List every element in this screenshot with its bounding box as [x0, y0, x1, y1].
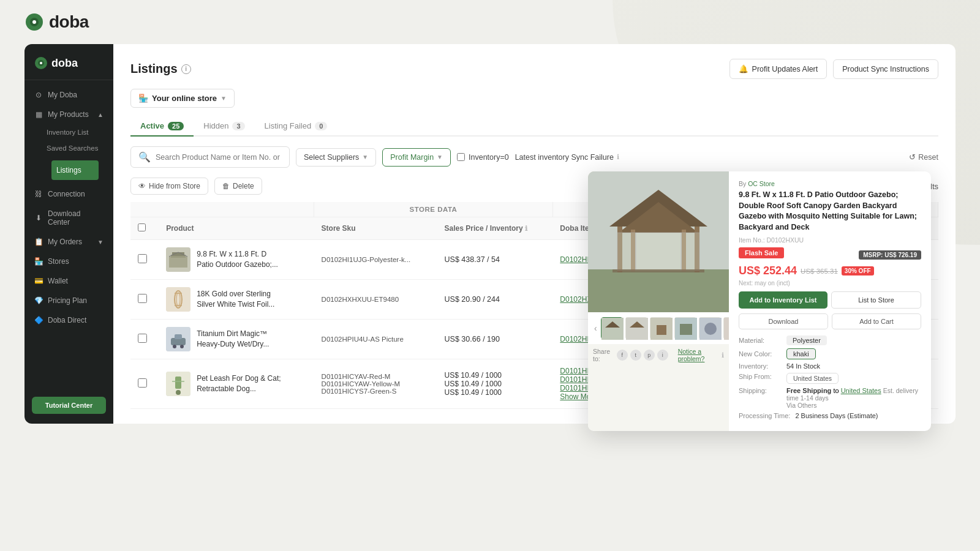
profit-updates-alert-button[interactable]: 🔔 Profit Updates Alert [729, 59, 827, 79]
popup-share-icons: f t p i [617, 350, 668, 361]
thumbnail-3[interactable] [650, 317, 672, 339]
thumbnail-2[interactable] [625, 317, 647, 339]
profit-margin-filter-button[interactable]: Profit Margin ▼ [382, 148, 451, 167]
tab-hidden[interactable]: Hidden 3 [194, 116, 254, 137]
reset-button[interactable]: ↺ Reset [909, 152, 938, 162]
product-cell-2: 18K Gold over Sterling Silver White Twis… [166, 287, 306, 312]
download-button[interactable]: Download [739, 313, 828, 329]
delete-button[interactable]: 🗑 Delete [214, 178, 262, 195]
connection-icon: ⛓ [34, 190, 43, 198]
list-to-store-button[interactable]: List to Store [831, 291, 921, 309]
sidebar-item-inventory-list[interactable]: Inventory List [24, 124, 113, 140]
add-to-inventory-button[interactable]: Add to Inventory List [739, 291, 827, 309]
product-popup: ‹ › [588, 171, 931, 431]
supplier-link[interactable]: OC Store [748, 180, 775, 187]
wallet-icon: 💳 [34, 277, 43, 285]
thumbnail-6[interactable] [723, 317, 729, 339]
sidebar-item-pricing-plan-label: Pricing Plan [48, 296, 87, 305]
select-all-checkbox[interactable] [138, 223, 146, 231]
product-name-4: Pet Leash For Dog & Cat; Retractable Dog… [197, 373, 282, 394]
process-label: Processing Time: [739, 412, 790, 419]
inventory-label: Inventory: [739, 362, 782, 370]
listings-info-icon[interactable]: i [181, 64, 191, 74]
add-to-cart-button[interactable]: Add to Cart [832, 313, 921, 329]
sidebar-item-connection[interactable]: ⛓ Connection [24, 184, 113, 204]
my-orders-chevron: ▼ [97, 239, 104, 246]
popup-btn-row-1: Add to Inventory List List to Store [739, 291, 921, 309]
store-selector-label: Your online store [152, 94, 217, 103]
sales-price-1: US$ 438.37 / 54 [437, 240, 553, 280]
row-checkbox-4[interactable] [138, 378, 147, 388]
notice-problem-link[interactable]: Notice a problem? [678, 348, 718, 362]
gazebo-image [588, 171, 729, 312]
thumbnail-1[interactable] [601, 317, 623, 339]
store-sku-3: D0102HPIU4U-AS Picture [314, 320, 437, 359]
process-value: 2 Business Days (Estimate) [795, 412, 878, 419]
share-facebook-icon[interactable]: f [617, 350, 628, 361]
sidebar-listings-active[interactable]: Listings [51, 160, 99, 180]
sidebar-item-wallet-label: Wallet [48, 277, 68, 285]
store-selector[interactable]: 🏪 Your online store ▼ [130, 89, 235, 108]
popup-process-row: Processing Time: 2 Business Days (Estima… [739, 412, 921, 419]
store-sku-4c: D0101HICYS7-Green-S [322, 388, 430, 395]
svg-rect-34 [617, 233, 636, 271]
row-checkbox-3[interactable] [138, 334, 147, 343]
flash-sale-badge: Flash Sale [739, 247, 784, 258]
color-value[interactable]: khaki [786, 348, 816, 359]
inventory-zero-checkbox[interactable] [457, 153, 465, 161]
sidebar-item-listings[interactable]: Listings [24, 156, 113, 184]
sidebar-item-my-doba[interactable]: ⊙ My Doba [24, 85, 113, 105]
search-input[interactable] [156, 153, 282, 162]
thumbnail-5[interactable] [699, 317, 721, 339]
ship-from-label: Ship From: [739, 373, 782, 380]
sidebar-item-doba-direct[interactable]: 🔷 Doba Direct [24, 310, 113, 330]
thumbnail-4[interactable] [674, 317, 696, 339]
tutorial-center-button[interactable]: Tutorial Center [32, 397, 106, 414]
popup-product-title: 9.8 Ft. W x 11.8 Ft. D Patio Outdoor Gaz… [739, 190, 921, 233]
sidebar-logo-text: doba [51, 57, 78, 70]
sidebar-item-download-center-label: Download Center [48, 209, 104, 227]
sidebar-item-stores[interactable]: 🏪 Stores [24, 252, 113, 271]
sidebar-item-my-orders[interactable]: 📋 My Orders ▼ [24, 232, 113, 252]
sidebar-item-pricing-plan[interactable]: 💎 Pricing Plan [24, 291, 113, 310]
sidebar-item-download-center[interactable]: ⬇ Download Center [24, 204, 113, 232]
supplier-filter-button[interactable]: Select Suppliers ▼ [296, 148, 376, 167]
sidebar-item-my-orders-label: My Orders [48, 238, 82, 246]
ship-from-value[interactable]: United States [786, 373, 839, 384]
share-pinterest-icon[interactable]: p [644, 350, 655, 361]
tab-active[interactable]: Active 25 [130, 116, 194, 137]
svg-point-47 [704, 323, 717, 335]
popup-main-image [588, 171, 729, 312]
popup-ship-from-row: Ship From: United States [739, 373, 921, 384]
material-value[interactable]: Polyester [786, 335, 827, 345]
shipping-text: Free Shipping [786, 387, 831, 394]
prev-thumbnail-button[interactable]: ‹ [593, 322, 598, 334]
row-checkbox-1[interactable] [138, 254, 147, 263]
product-sync-instructions-button[interactable]: Product Sync Instructions [833, 59, 938, 79]
page-title-row: Listings i 🔔 Profit Updates Alert Produc… [130, 59, 938, 79]
tab-listing-failed[interactable]: Listing Failed 0 [255, 116, 337, 137]
svg-rect-40 [626, 318, 648, 340]
hide-from-store-button[interactable]: 👁 Hide from Store [130, 178, 208, 195]
listing-failed-tab-badge: 0 [315, 122, 327, 130]
product-name-3: Titanium Dirt Magic™ Heavy-Duty Wet/Dry.… [197, 329, 282, 350]
popup-image-section: ‹ › [588, 171, 729, 431]
inventory-zero-filter[interactable]: Inventory=0 [457, 153, 509, 162]
search-box[interactable]: 🔍 [130, 146, 290, 168]
sync-failure-filter[interactable]: Latest inventory Sync Failure ℹ [515, 153, 619, 162]
page-actions: 🔔 Profit Updates Alert Product Sync Inst… [729, 59, 938, 79]
active-tab-badge: 25 [168, 122, 184, 130]
sidebar-item-my-products[interactable]: ▦ My Products ▲ [24, 105, 113, 124]
product-name-2: 18K Gold over Sterling Silver White Twis… [197, 289, 282, 310]
th-store-sku: Store Sku [314, 217, 437, 240]
svg-rect-23 [175, 377, 181, 389]
share-twitter-icon[interactable]: t [630, 350, 641, 361]
sidebar-item-wallet[interactable]: 💳 Wallet [24, 271, 113, 291]
row-checkbox-2[interactable] [138, 294, 147, 303]
popup-inventory-row: Inventory: 54 In Stock [739, 362, 921, 370]
product-img-3 [166, 327, 190, 351]
svg-rect-43 [657, 325, 666, 335]
shipping-destination-link[interactable]: United States [841, 387, 881, 394]
share-instagram-icon[interactable]: i [657, 350, 668, 361]
sidebar-item-saved-searches[interactable]: Saved Searches [24, 140, 113, 156]
